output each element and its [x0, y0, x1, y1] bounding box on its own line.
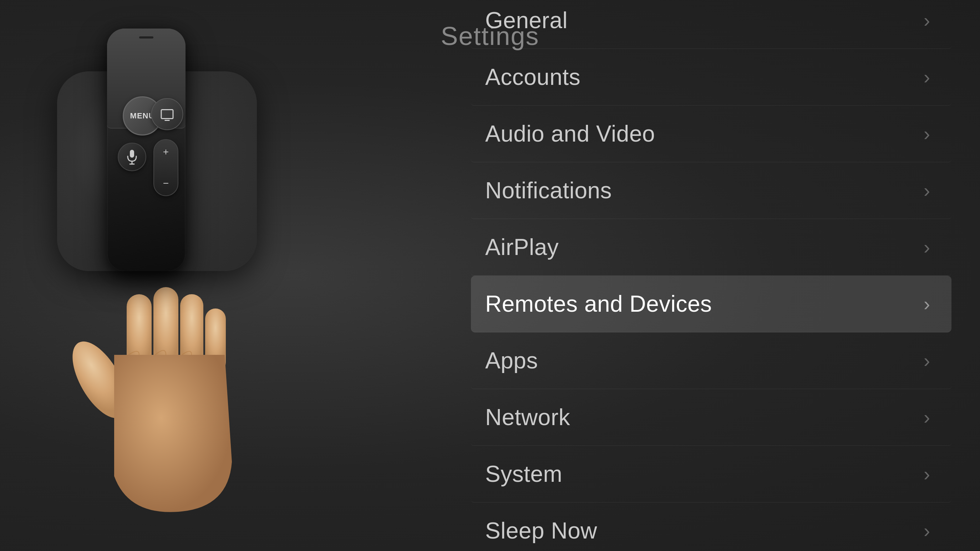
chevron-icon-remotes-devices: › [924, 293, 930, 315]
chevron-icon-apps: › [924, 349, 930, 372]
menu-item-label-network: Network [485, 404, 570, 430]
menu-item-audio-video[interactable]: Audio and Video› [471, 106, 951, 162]
remote-speaker [139, 37, 153, 38]
menu-item-airplay[interactable]: AirPlay› [471, 219, 951, 276]
menu-item-label-remotes-devices: Remotes and Devices [485, 291, 712, 317]
tv-icon [161, 109, 174, 119]
remote-container: MENU + [86, 29, 207, 349]
left-panel: MENU + [0, 0, 428, 551]
chevron-icon-accounts: › [924, 66, 930, 88]
volume-button[interactable]: + − [153, 139, 178, 196]
chevron-icon-sleep-now: › [924, 519, 930, 542]
chevron-icon-general: › [924, 9, 930, 32]
remote-body: MENU + [107, 29, 186, 271]
volume-minus-label: − [163, 178, 169, 188]
chevron-icon-network: › [924, 406, 930, 428]
menu-item-apps[interactable]: Apps› [471, 332, 951, 389]
menu-item-label-notifications: Notifications [485, 177, 612, 204]
svg-rect-0 [130, 150, 134, 158]
tv-button[interactable] [151, 98, 183, 130]
menu-item-notifications[interactable]: Notifications› [471, 162, 951, 219]
menu-item-network[interactable]: Network› [471, 389, 951, 446]
menu-item-label-audio-video: Audio and Video [485, 121, 655, 147]
right-panel: General›Accounts›Audio and Video›Notific… [428, 0, 980, 551]
mic-icon [126, 149, 138, 165]
chevron-icon-notifications: › [924, 179, 930, 202]
chevron-icon-airplay: › [924, 236, 930, 258]
menu-item-accounts[interactable]: Accounts› [471, 49, 951, 106]
chevron-icon-system: › [924, 463, 930, 485]
menu-item-general[interactable]: General› [471, 0, 951, 49]
menu-item-label-sleep-now: Sleep Now [485, 518, 597, 544]
chevron-icon-audio-video: › [924, 123, 930, 145]
menu-item-label-system: System [485, 461, 562, 487]
menu-item-label-general: General [485, 7, 568, 33]
menu-item-sleep-now[interactable]: Sleep Now› [471, 502, 951, 551]
volume-plus-label: + [163, 147, 169, 157]
menu-item-label-apps: Apps [485, 347, 538, 374]
menu-item-system[interactable]: System› [471, 446, 951, 502]
menu-item-remotes-devices[interactable]: Remotes and Devices› [471, 276, 951, 332]
mic-button[interactable] [118, 143, 146, 171]
settings-menu: General›Accounts›Audio and Video›Notific… [471, 0, 951, 551]
menu-item-label-accounts: Accounts [485, 64, 581, 90]
menu-item-label-airplay: AirPlay [485, 234, 559, 260]
